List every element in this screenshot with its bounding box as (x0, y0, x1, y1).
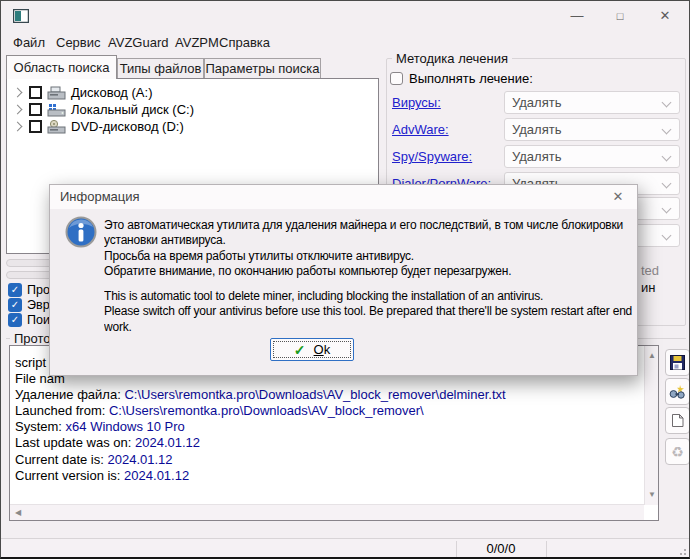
chevron-down-icon (662, 204, 672, 214)
spyware-action-select[interactable]: Удалять (504, 145, 680, 168)
save-log-button[interactable] (665, 349, 690, 376)
tree-label: Дисковод (A:) (71, 85, 152, 100)
chevron-down-icon (662, 125, 672, 135)
chevron-right-icon[interactable] (13, 88, 23, 98)
refresh-log-button-disabled: ♻ (665, 438, 690, 465)
drive-d-checkbox[interactable] (29, 120, 42, 133)
perform-treatment-label: Выполнять лечение: (409, 71, 533, 86)
drive-a-checkbox[interactable] (29, 86, 42, 99)
checked-checkbox-icon[interactable]: ✓ (8, 298, 22, 312)
close-button[interactable]: ✕ (648, 1, 682, 31)
info-icon (65, 216, 97, 248)
hard-drive-icon (47, 103, 66, 117)
quarantine-label-fragment: ин (641, 280, 655, 295)
checked-checkbox-icon[interactable]: ✓ (8, 283, 22, 297)
treatment-group-title: Методика лечения (392, 51, 512, 66)
combo-value: Удалять (512, 95, 561, 110)
scroll-up-icon[interactable]: ▲ (648, 352, 656, 360)
tree-row-drive-c[interactable]: Локальный диск (C:) (14, 101, 194, 118)
log-line: Удаление файла: C:\Users\remontka.pro\Do… (15, 387, 506, 402)
tree-label: DVD-дисковод (D:) (71, 119, 184, 134)
dialog-titlebar[interactable]: Информация (50, 185, 637, 209)
blank-page-icon (671, 413, 684, 428)
log-vertical-scrollbar[interactable]: ▲ ▼ (644, 346, 659, 505)
menubar: Файл Сервис AVZGuard AVZPM Справка (1, 31, 689, 55)
menu-avzguard[interactable]: AVZGuard (108, 31, 168, 55)
chevron-down-icon (662, 152, 672, 162)
minimize-button[interactable]: — (560, 1, 594, 31)
log-line: Last update was on: 2024.01.12 (15, 435, 200, 450)
checked-checkbox-icon[interactable]: ✓ (8, 313, 22, 327)
ok-button[interactable]: ✓ Ok (270, 338, 354, 361)
statusbar: 0/0/0 (1, 538, 689, 559)
search-log-button[interactable] (665, 378, 690, 405)
save-icon (670, 355, 685, 370)
floppy-drive-icon (47, 86, 66, 100)
log-line: Launched from: C:\Users\remontka.pro\Dow… (15, 403, 424, 418)
tab-search-area[interactable]: Область поиска (6, 55, 117, 79)
dvd-drive-icon (47, 120, 66, 134)
green-check-icon: ✓ (294, 343, 306, 357)
scroll-down-icon[interactable]: ▼ (648, 491, 656, 499)
tab-search-params[interactable]: Параметры поиска (204, 58, 321, 78)
scroll-left-icon[interactable]: ◀ (15, 509, 21, 517)
statusbar-counter: 0/0/0 (456, 541, 546, 556)
statusbar-divider (546, 541, 547, 557)
avz-window: — □ ✕ Файл Сервис AVZGuard AVZPM Справка… (0, 0, 690, 559)
tree-row-drive-d[interactable]: DVD-дисковод (D:) (14, 118, 184, 135)
spyware-link[interactable]: Spy/Spyware: (392, 149, 472, 164)
log-horizontal-scrollbar[interactable]: ◀ (10, 504, 644, 520)
app-icon (13, 9, 29, 23)
recycle-icon: ♻ (671, 444, 684, 460)
advware-action-select[interactable]: Удалять (504, 118, 680, 141)
information-dialog: Информация ✕ Это автоматическая утилита … (49, 184, 638, 376)
tab-file-types[interactable]: Типы файлов (117, 58, 204, 78)
titlebar[interactable]: — □ ✕ (1, 1, 689, 31)
maximize-button[interactable]: □ (603, 1, 637, 31)
viruses-action-select[interactable]: Удалять (504, 91, 680, 114)
log-line: System: x64 Windows 10 Pro (15, 419, 185, 434)
drive-c-checkbox[interactable] (29, 103, 42, 116)
combo-value: Удалять (512, 149, 561, 164)
combo-value: Удалять (512, 122, 561, 137)
log-line: Current version is: 2024.01.12 (15, 468, 189, 483)
chevron-down-icon (662, 98, 672, 108)
menu-help[interactable]: Справка (219, 31, 270, 55)
chevron-down-icon (662, 179, 672, 189)
advware-link[interactable]: AdvWare: (392, 122, 449, 137)
chevron-down-icon (662, 231, 672, 241)
log-line: Current date is: 2024.01.12 (15, 452, 173, 467)
perform-treatment-checkbox[interactable] (390, 72, 403, 85)
dialog-close-button[interactable]: ✕ (605, 185, 631, 209)
menu-avzpm[interactable]: AVZPM (175, 31, 219, 55)
clear-log-button[interactable] (665, 407, 690, 434)
dialog-message: Это автоматическая утилита для удаления … (104, 218, 634, 335)
binoculars-icon (669, 384, 686, 399)
tree-row-drive-a[interactable]: Дисковод (A:) (14, 84, 152, 101)
menu-service[interactable]: Сервис (56, 31, 101, 55)
infected-label-fragment: ted (641, 263, 659, 278)
chevron-right-icon[interactable] (13, 105, 23, 115)
viruses-link[interactable]: Вирусы: (392, 95, 441, 110)
dialog-title: Информация (60, 189, 140, 204)
tree-label: Локальный диск (C:) (71, 102, 194, 117)
chevron-right-icon[interactable] (13, 122, 23, 132)
menu-file[interactable]: Файл (13, 31, 45, 55)
